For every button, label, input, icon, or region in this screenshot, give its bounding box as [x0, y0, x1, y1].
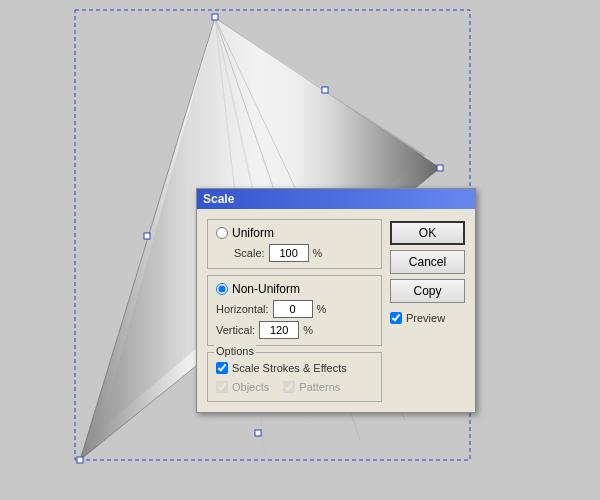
- vertical-field-row: Vertical: %: [216, 321, 373, 339]
- objects-checkbox[interactable]: [216, 381, 228, 393]
- dialog-titlebar: Scale: [197, 189, 475, 209]
- horizontal-input[interactable]: [273, 300, 313, 318]
- svg-rect-12: [255, 430, 261, 436]
- scale-input[interactable]: [269, 244, 309, 262]
- vertical-input[interactable]: [259, 321, 299, 339]
- uniform-radio[interactable]: [216, 227, 228, 239]
- cancel-button[interactable]: Cancel: [390, 250, 465, 274]
- objects-row: Objects: [216, 381, 269, 393]
- uniform-radio-row: Uniform: [216, 226, 373, 240]
- objects-label[interactable]: Objects: [232, 381, 269, 393]
- uniform-section: Uniform Scale: %: [207, 219, 382, 269]
- options-label: Options: [214, 345, 256, 357]
- horizontal-field-row: Horizontal: %: [216, 300, 373, 318]
- vertical-percent: %: [303, 324, 313, 336]
- patterns-row: Patterns: [283, 381, 340, 393]
- scale-percent: %: [313, 247, 323, 259]
- patterns-label[interactable]: Patterns: [299, 381, 340, 393]
- svg-rect-11: [144, 233, 150, 239]
- nonuniform-radio-row: Non-Uniform: [216, 282, 373, 296]
- preview-label[interactable]: Preview: [406, 312, 445, 324]
- svg-rect-7: [212, 14, 218, 20]
- horizontal-percent: %: [317, 303, 327, 315]
- copy-button[interactable]: Copy: [390, 279, 465, 303]
- dialog-title: Scale: [203, 192, 234, 206]
- nonuniform-section: Non-Uniform Horizontal: % Vertical: %: [207, 275, 382, 346]
- svg-rect-8: [437, 165, 443, 171]
- scale-field-row: Scale: %: [234, 244, 373, 262]
- svg-rect-10: [322, 87, 328, 93]
- scale-strokes-row: Scale Strokes & Effects: [216, 362, 373, 374]
- scale-dialog: Scale Uniform Scale: % Non-Uniform: [196, 188, 476, 413]
- patterns-checkbox[interactable]: [283, 381, 295, 393]
- dialog-right-panel: OK Cancel Copy Preview: [390, 219, 465, 402]
- ok-button[interactable]: OK: [390, 221, 465, 245]
- nonuniform-radio[interactable]: [216, 283, 228, 295]
- svg-rect-9: [77, 457, 83, 463]
- options-section: Options Scale Strokes & Effects Objects …: [207, 352, 382, 402]
- dialog-left-panel: Uniform Scale: % Non-Uniform Horizontal:: [207, 219, 382, 402]
- scale-strokes-checkbox[interactable]: [216, 362, 228, 374]
- preview-checkbox[interactable]: [390, 312, 402, 324]
- nonuniform-label[interactable]: Non-Uniform: [232, 282, 300, 296]
- horizontal-label: Horizontal:: [216, 303, 269, 315]
- preview-row: Preview: [390, 312, 465, 324]
- scale-label: Scale:: [234, 247, 265, 259]
- uniform-label[interactable]: Uniform: [232, 226, 274, 240]
- vertical-label: Vertical:: [216, 324, 255, 336]
- scale-strokes-label[interactable]: Scale Strokes & Effects: [232, 362, 347, 374]
